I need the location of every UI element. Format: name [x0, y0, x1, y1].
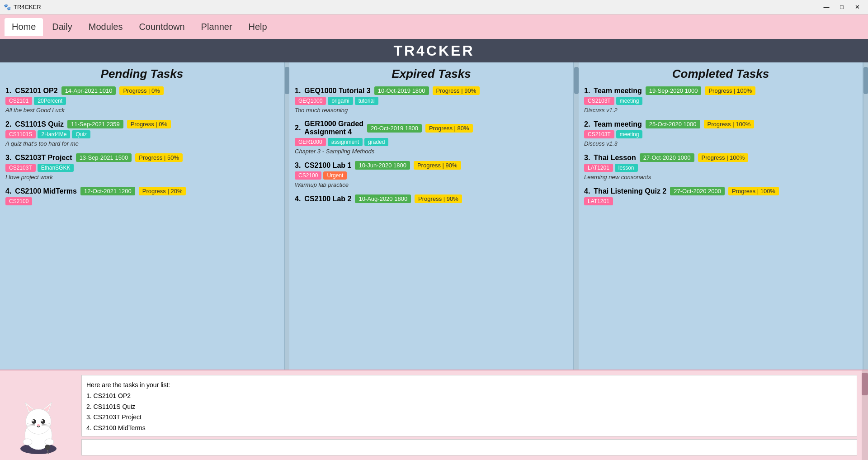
tag: Quiz: [72, 130, 90, 138]
title-bar-left: 🐾 TR4CKER: [4, 4, 41, 10]
task-name: CS1101S Quiz: [15, 120, 64, 128]
menu-item-daily[interactable]: Daily: [45, 18, 79, 36]
completed-scrollbar[interactable]: [863, 62, 868, 370]
completed-column-title: Completed Tasks: [584, 67, 857, 81]
menu-item-help[interactable]: Help: [241, 18, 274, 36]
tag: meeting: [616, 130, 643, 138]
app-title-bar: TR4CKER: [0, 39, 868, 62]
close-button[interactable]: ✕: [850, 2, 864, 12]
task-num: 3.: [5, 154, 11, 162]
chat-input[interactable]: [86, 443, 852, 450]
task-note: All the best Good Luck: [5, 107, 278, 114]
task-name: CS2103T Project: [15, 154, 72, 162]
tag: CS2100: [5, 197, 32, 205]
task-progress: Progress | 100%: [705, 86, 755, 95]
expired-column-title: Expired Tasks: [295, 67, 568, 81]
task-note: Learning new consonants: [584, 174, 857, 180]
svg-point-17: [45, 439, 54, 445]
pending-task-2: 2. CS1101S Quiz 11-Sep-2021 2359 Progres…: [5, 120, 278, 147]
task-num: 4.: [584, 187, 590, 195]
task-num: 3.: [295, 161, 301, 170]
tag: graded: [364, 138, 388, 146]
pending-task-4: 4. CS2100 MidTerms 12-Oct-2021 1200 Prog…: [5, 187, 278, 205]
chat-message-2: 2. CS1101S Quiz: [86, 402, 852, 413]
pending-task-3: 3. CS2103T Project 13-Sep-2021 1500 Prog…: [5, 153, 278, 180]
expired-task-3: 3. CS2100 Lab 1 10-Jun-2020 1800 Progres…: [295, 161, 568, 188]
bottom-section: Here are the tasks in your list: 1. CS21…: [0, 370, 868, 460]
tag: origami: [328, 97, 353, 105]
tag: LAT1201: [584, 197, 613, 205]
chat-message-3: 3. CS2103T Project: [86, 412, 852, 423]
task-date: 27-Oct-2020 1000: [640, 153, 694, 162]
tag: CS1101S: [5, 130, 36, 138]
task-date: 19-Sep-2020 1000: [646, 86, 702, 95]
completed-task-3: 3. Thai Lesson 27-Oct-2020 1000 Progress…: [584, 153, 857, 180]
task-name: Thai Listening Quiz 2: [594, 187, 666, 195]
tag: GEQ1000: [295, 97, 326, 105]
svg-point-16: [23, 439, 32, 445]
tag: CS2103T: [584, 130, 614, 138]
mascot-area: [0, 370, 77, 460]
task-note: Warmup lab practice: [295, 181, 568, 188]
task-progress: Progress | 90%: [433, 86, 480, 95]
tag: Urgent: [323, 171, 347, 180]
expired-task-1: 1. GEQ1000 Tutorial 3 10-Oct-2019 1800 P…: [295, 86, 568, 114]
tag: lesson: [615, 164, 638, 172]
expired-tasks-column: Expired Tasks 1. GEQ1000 Tutorial 3 10-O…: [289, 62, 574, 370]
tag: CS2100: [295, 171, 321, 180]
task-progress: Progress | 100%: [698, 153, 749, 162]
svg-point-7: [32, 419, 36, 424]
title-bar-app-name: TR4CKER: [14, 4, 41, 10]
task-date: 10-Oct-2019 1800: [374, 86, 429, 95]
title-bar: 🐾 TR4CKER — □ ✕: [0, 0, 868, 14]
tag: CS2103T: [5, 164, 36, 172]
task-note: Chapter 3 - Sampling Methods: [295, 148, 568, 155]
task-name: GER1000 GradedAssignment 4: [304, 120, 363, 136]
task-progress: Progress | 0%: [119, 86, 163, 95]
tag: CS2103T: [584, 97, 614, 105]
svg-point-10: [41, 420, 43, 422]
tag: EthanSGKK: [38, 164, 74, 172]
task-name: Team meeting: [594, 87, 642, 95]
expired-task-2: 2. GER1000 GradedAssignment 4 20-Oct-201…: [295, 120, 568, 155]
task-num: 1.: [5, 87, 11, 95]
menu-item-planner[interactable]: Planner: [194, 18, 240, 36]
expired-scrollbar[interactable]: [574, 62, 579, 370]
chat-message-4: 4. CS2100 MidTerms: [86, 423, 852, 434]
svg-point-11: [37, 424, 40, 426]
completed-tasks-column: Completed Tasks 1. Team meeting 19-Sep-2…: [579, 62, 863, 370]
task-num: 4.: [5, 187, 11, 195]
pending-scrollbar[interactable]: [285, 62, 289, 370]
completed-task-4: 4. Thai Listening Quiz 2 27-Oct-2020 200…: [584, 187, 857, 205]
completed-task-2: 2. Team meeting 25-Oct-2020 1000 Progres…: [584, 120, 857, 147]
task-progress: Progress | 50%: [135, 153, 183, 162]
task-num: 2.: [584, 120, 590, 128]
task-progress: Progress | 0%: [127, 120, 171, 128]
menu-bar: Home Daily Modules Countdown Planner Hel…: [0, 14, 868, 39]
app-title: TR4CKER: [393, 43, 474, 59]
tag: LAT1201: [584, 164, 613, 172]
task-name: CS2101 OP2: [15, 87, 57, 95]
task-name: CS2100 MidTerms: [15, 187, 77, 195]
task-num: 3.: [584, 154, 590, 162]
task-progress: Progress | 100%: [728, 187, 779, 195]
tag: CS2101: [5, 97, 32, 105]
chat-scrollbar[interactable]: [862, 370, 868, 460]
menu-item-modules[interactable]: Modules: [81, 18, 130, 36]
task-date: 11-Sep-2021 2359: [67, 120, 123, 128]
task-num: 2.: [5, 120, 11, 128]
minimize-button[interactable]: —: [819, 2, 834, 12]
task-progress: Progress | 20%: [139, 187, 186, 195]
chat-input-container: [81, 439, 857, 455]
task-progress: Progress | 80%: [425, 124, 473, 133]
maximize-button[interactable]: □: [835, 2, 849, 12]
chat-area: Here are the tasks in your list: 1. CS21…: [77, 370, 862, 460]
menu-item-home[interactable]: Home: [5, 18, 43, 36]
task-num: 4.: [295, 195, 301, 203]
menu-item-countdown[interactable]: Countdown: [132, 18, 192, 36]
task-num: 2.: [295, 124, 301, 132]
task-num: 1.: [295, 87, 301, 95]
task-progress: Progress | 90%: [414, 161, 461, 170]
chat-message-intro: Here are the tasks in your list:: [86, 380, 852, 391]
task-date: 27-Oct-2020 2000: [670, 187, 725, 195]
